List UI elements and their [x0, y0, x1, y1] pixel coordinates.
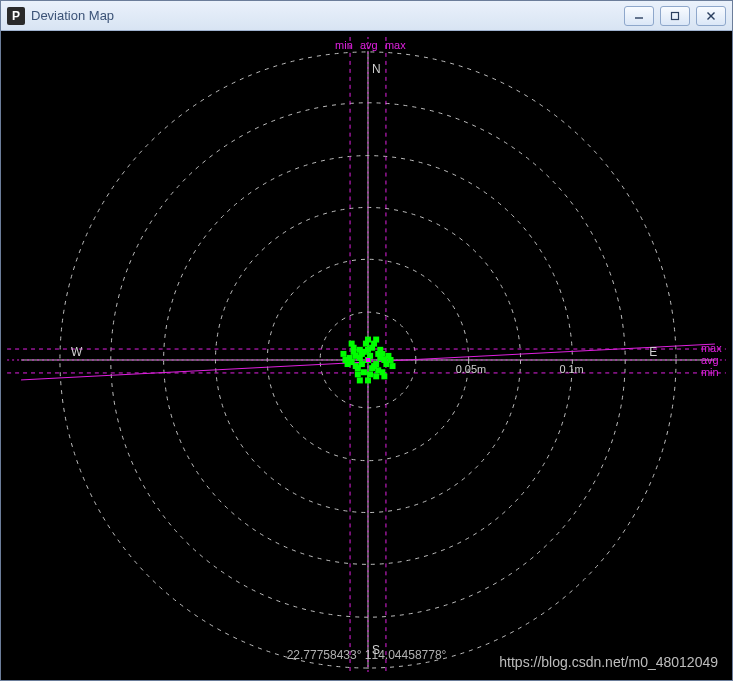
label-v-max: max — [385, 39, 406, 51]
window-controls — [624, 6, 726, 26]
scatter-point — [349, 341, 355, 347]
scatter-point — [340, 351, 346, 357]
tick-0-1m: 0.1m — [559, 363, 583, 375]
scatter-point — [355, 371, 361, 377]
scatter-point — [371, 363, 377, 369]
scatter-point — [375, 351, 381, 357]
maximize-button[interactable] — [660, 6, 690, 26]
scatter-point — [359, 361, 365, 367]
scatter-point — [353, 363, 359, 369]
label-v-min: min — [335, 39, 353, 51]
deviation-canvas[interactable]: N S E W min avg max max avg min 0.05m 0.… — [1, 31, 732, 680]
label-n: N — [372, 62, 381, 76]
scatter-point — [361, 369, 367, 375]
scatter-point — [381, 373, 387, 379]
tick-0-05m: 0.05m — [456, 363, 486, 375]
window-title: Deviation Map — [31, 8, 624, 23]
scatter-point — [342, 357, 348, 363]
label-v-avg: avg — [360, 39, 378, 51]
scatter-point — [367, 371, 373, 377]
scatter-point — [357, 377, 363, 383]
scatter-point — [373, 337, 379, 343]
scatter-point — [373, 373, 379, 379]
scatter-point — [365, 377, 371, 383]
label-s: S — [372, 643, 380, 657]
titlebar[interactable]: P Deviation Map — [1, 1, 732, 31]
center-mark — [366, 358, 370, 362]
vert-band-labels: min avg max — [335, 39, 406, 51]
deviation-svg: N S E W min avg max max avg min 0.05m 0.… — [1, 31, 732, 680]
svg-rect-4 — [1, 31, 732, 680]
label-e: E — [649, 345, 657, 359]
scatter-point — [365, 337, 371, 343]
minimize-button[interactable] — [624, 6, 654, 26]
app-icon: P — [7, 7, 25, 25]
scatter-point — [357, 355, 363, 361]
app-window: P Deviation Map — [0, 0, 733, 681]
label-h-max: max — [701, 342, 722, 354]
close-button[interactable] — [696, 6, 726, 26]
scatter-point — [388, 357, 394, 363]
scatter-point — [365, 347, 371, 353]
svg-rect-1 — [672, 12, 679, 19]
label-h-min: min — [701, 366, 719, 378]
svg-rect-20 — [366, 358, 370, 362]
label-w: W — [71, 345, 83, 359]
label-h-avg: avg — [701, 354, 719, 366]
scatter-point — [390, 363, 396, 369]
